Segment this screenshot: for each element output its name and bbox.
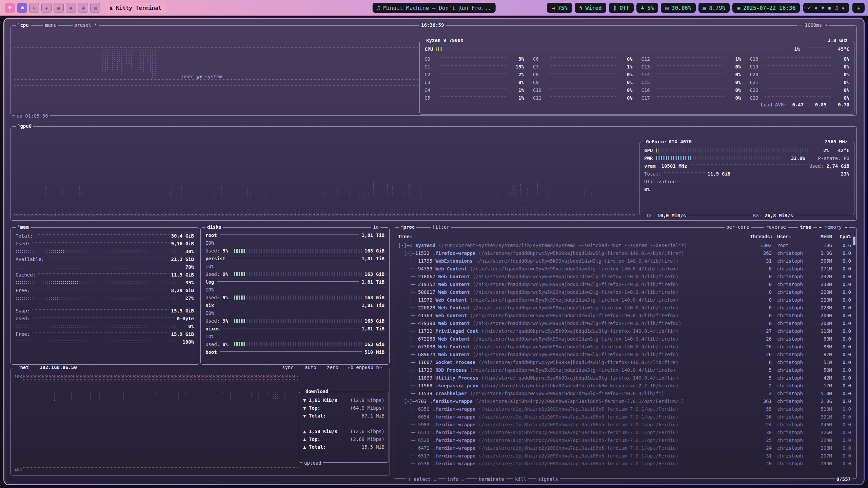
workspace-button[interactable]: ◉ xyxy=(66,3,76,13)
module-text: 2025-07-22 16:36 xyxy=(743,5,795,11)
process-row[interactable]: [-]─4783.ferdium-wrappe(/nix/store/a1pj8… xyxy=(398,397,851,405)
process-row[interactable]: ├─ 11795WebExtensions(/nix/store/fqadd0b… xyxy=(398,257,851,265)
disk-used-value: 163 GiB xyxy=(364,318,384,324)
status-module[interactable]: ◄ 75% xyxy=(547,3,572,13)
tray-icon[interactable]: ♫ xyxy=(835,5,838,11)
disk-io-label: IO% xyxy=(205,310,214,316)
pcie-tx: TX: 10,0 MiB/s xyxy=(644,213,688,218)
process-row[interactable]: ├─ 5983.ferdium-wrappe(/nix/store/a1pj8h… xyxy=(398,421,851,428)
process-row[interactable]: ├─ 218067Web Content(/nix/store/fqadd0bp… xyxy=(398,272,851,280)
tray-icon[interactable]: ◆ xyxy=(814,5,817,11)
upload-stat-row: ▲ 1,58 KiB/s(12,6 Kibps) xyxy=(303,427,384,435)
process-row[interactable]: ├─ 11972Web Content(/nix/store/fqadd0bpr… xyxy=(398,296,851,304)
core-row: C10 0% xyxy=(533,86,633,94)
process-row[interactable]: ├─ 11739RDD Process(/nix/store/fqadd0bpr… xyxy=(398,366,851,374)
workspace-button[interactable]: ◈ xyxy=(41,3,52,13)
process-row[interactable]: [-]─11532.firefox-wrappe(/nix/store/fqad… xyxy=(398,249,851,257)
process-row[interactable]: ├─ 673038Web Content(/nix/store/fqadd0bp… xyxy=(398,343,851,350)
process-row[interactable]: ├─ 11732Privileged Cont(/nix/store/fqadd… xyxy=(398,327,851,335)
process-row[interactable]: ├─ 94753Web Content(/nix/store/fqadd0bpr… xyxy=(398,265,851,272)
media-player-module[interactable]: ♫ Minuit Machine – Don't Run Fro... xyxy=(373,3,496,13)
signals-button[interactable]: signals xyxy=(536,476,560,482)
tray-icon[interactable]: ▼ xyxy=(821,5,824,11)
status-module[interactable]: ▤ 30.06% xyxy=(661,3,695,13)
disk-used-meter xyxy=(234,342,362,346)
kill-button[interactable]: kill xyxy=(513,476,528,482)
disk-entry: nix1,81 TiB IO% Used: 9% 163 GiB xyxy=(205,301,384,325)
tray-icon[interactable]: ● xyxy=(828,5,831,11)
process-scrollbar[interactable] xyxy=(853,237,855,245)
filter-button[interactable]: filter xyxy=(431,224,451,230)
process-row[interactable]: ├─ 6536.ferdium-wrappe(/nix/store/a1pj8h… xyxy=(398,460,851,467)
status-module[interactable]: ᛒ Off xyxy=(609,3,634,13)
window-title-button[interactable]: ♞ Kitty Terminal xyxy=(105,3,166,13)
process-mem: 88M xyxy=(810,344,832,349)
process-row[interactable]: └─ 11539crashhelper(/nix/store/fqadd0bpr… xyxy=(398,389,851,397)
process-row[interactable]: ├─ 673288Web Content(/nix/store/fqadd0bp… xyxy=(398,335,851,343)
workspace-button[interactable]: ♥ xyxy=(5,3,15,13)
tray-icon[interactable]: ✓ xyxy=(808,5,811,11)
tray-icon[interactable]: ◈ xyxy=(842,5,845,11)
process-mem: 528M xyxy=(810,406,832,412)
process-mem: 321M xyxy=(810,414,832,420)
gpu-meter xyxy=(656,148,809,152)
status-module[interactable]: ▦ 8.79% xyxy=(698,3,730,13)
mem-free-meter: 27% xyxy=(16,294,194,302)
process-row[interactable]: ├─ 6517.ferdium-wrappe(/nix/store/a1pj8h… xyxy=(398,452,851,460)
status-module[interactable]: ϟ Wired xyxy=(575,3,606,13)
workspace-button[interactable]: ▤ xyxy=(90,3,100,13)
status-module[interactable]: ▣ 2025-07-22 16:36 xyxy=(732,3,800,13)
process-row[interactable]: ├─ 6511.ferdium-wrappe(/nix/store/a1pj8h… xyxy=(398,428,851,436)
process-threads: 27 xyxy=(750,328,772,334)
process-row[interactable]: ├─ 479390Web Content(/nix/store/fqadd0bp… xyxy=(398,319,851,327)
process-row[interactable]: ├─ 689674Web Content(/nix/store/fqadd0bp… xyxy=(398,350,851,358)
net-interface-switcher[interactable]: ←b enp8s0 n→ xyxy=(346,365,383,370)
net-panel: ³net 192.168.86.50 sync auto zero ←b enp… xyxy=(11,368,390,475)
info-button[interactable]: info ↵ xyxy=(446,476,466,482)
workspace-button[interactable]: ↻ xyxy=(29,3,39,13)
swap-total: 15,9 GiB xyxy=(171,308,194,313)
process-row[interactable]: [-]─1systemd(/run/current-system/systemd… xyxy=(398,241,851,249)
module-icon: ▣ xyxy=(737,5,740,11)
disk-used-value: 163 GiB xyxy=(364,248,384,253)
process-row[interactable]: ├─ 11968.keepassxc-prox(/nix/store/bslpj… xyxy=(398,382,851,389)
process-row[interactable]: ├─ 6472.ferdium-wrappe(/nix/store/a1pj8h… xyxy=(398,444,851,452)
process-row[interactable]: ├─ 11839Utility Process(/nix/store/fqadd… xyxy=(398,374,851,382)
process-row[interactable]: ├─ 11607Socket Process(/nix/store/fqadd0… xyxy=(398,358,851,366)
tree-toggle[interactable]: tree xyxy=(798,224,813,230)
preset-button[interactable]: preset * xyxy=(73,22,99,28)
per-core-toggle[interactable]: per-core xyxy=(725,224,751,230)
workspace-button[interactable]: ♟ xyxy=(78,3,88,13)
tree-branch: ├─ xyxy=(398,282,418,287)
process-row[interactable]: ├─ 220028Web Content(/nix/store/fqadd0bp… xyxy=(398,304,851,311)
workspace-button[interactable]: ❄ xyxy=(17,3,27,13)
update-interval-control[interactable]: ─ 1000ms + xyxy=(797,22,829,28)
process-row[interactable]: ├─ 6654.ferdium-wrappe(/nix/store/a1pj8h… xyxy=(398,413,851,421)
process-row[interactable]: ├─ 6350.ferdium-wrappe(/nix/store/a1pj8h… xyxy=(398,405,851,413)
process-threads: 30 xyxy=(750,430,772,435)
core-label: C5 xyxy=(425,95,437,101)
sort-column-control[interactable]: ← memory → xyxy=(817,224,849,230)
select-hint[interactable]: ↑ select ↓ xyxy=(406,476,438,482)
process-table-header: Tree: Threads: User: MemB Cpu% xyxy=(398,232,851,240)
system-tray[interactable]: ✓ ◆ ▼ ● ♫ ◈ xyxy=(803,3,849,13)
process-cpu: 0.0 xyxy=(832,297,851,303)
terminate-button[interactable]: terminate xyxy=(477,476,506,482)
process-row[interactable]: ├─ 6520.ferdium-wrappe(/nix/store/a1pj8h… xyxy=(398,436,851,444)
net-sync-toggle[interactable]: sync xyxy=(280,365,295,370)
status-module[interactable]: ♣ 5% xyxy=(636,3,658,13)
process-mem: 246M xyxy=(810,422,832,427)
net-auto-toggle[interactable]: auto xyxy=(303,365,318,370)
disks-io-toggle[interactable]: io xyxy=(371,224,380,230)
tree-branch: ├─ xyxy=(398,344,418,349)
notification-bell-button[interactable]: ★ xyxy=(852,3,865,13)
process-user: christoph xyxy=(772,453,810,459)
menu-button[interactable]: menu xyxy=(43,22,58,28)
disk-size: 1,81 TiB xyxy=(362,326,384,331)
workspace-button[interactable]: ▣ xyxy=(54,3,64,13)
process-row[interactable]: ├─ 219152Web Content(/nix/store/fqadd0bp… xyxy=(398,280,851,288)
net-zero-toggle[interactable]: zero xyxy=(325,365,340,370)
process-row[interactable]: ├─ 580017Web Content(/nix/store/fqadd0bp… xyxy=(398,288,851,296)
reverse-toggle[interactable]: reverse xyxy=(764,224,788,230)
process-row[interactable]: ├─ 41363Web Content(/nix/store/fqadd0bpr… xyxy=(398,311,851,319)
